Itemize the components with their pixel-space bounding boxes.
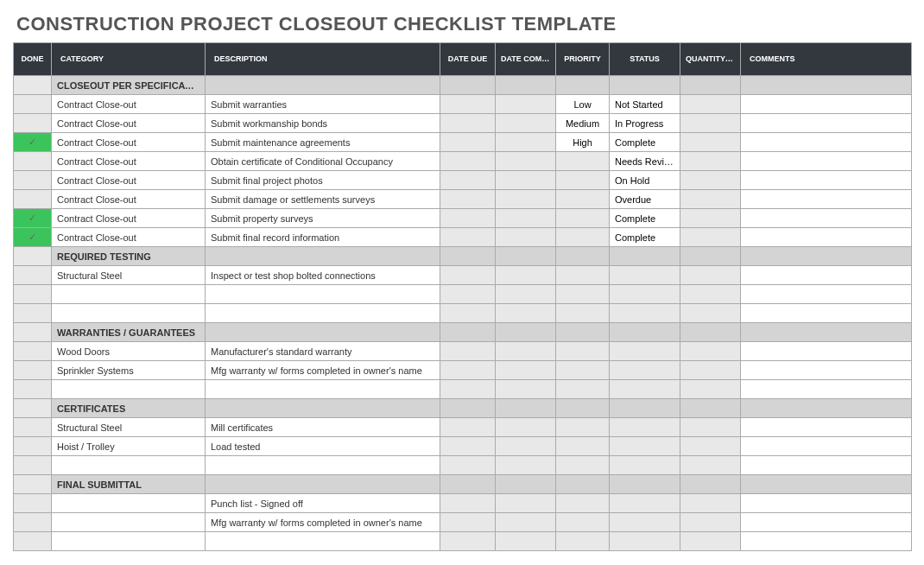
quantity-cell[interactable] xyxy=(680,133,741,152)
quantity-cell[interactable] xyxy=(680,190,741,209)
comments-cell[interactable] xyxy=(741,114,912,133)
date-due-cell[interactable] xyxy=(440,513,496,532)
date-due-cell[interactable] xyxy=(440,456,496,475)
date-due-cell[interactable] xyxy=(440,95,496,114)
priority-cell[interactable]: High xyxy=(556,133,610,152)
date-due-cell[interactable] xyxy=(440,114,496,133)
quantity-cell[interactable] xyxy=(680,418,741,437)
date-completed-cell[interactable] xyxy=(496,152,556,171)
description-cell[interactable]: Submit final record information xyxy=(206,228,440,247)
date-due-cell[interactable] xyxy=(440,418,496,437)
priority-cell[interactable] xyxy=(556,228,610,247)
description-cell[interactable]: Inspect or test shop bolted connections xyxy=(206,266,440,285)
priority-cell[interactable] xyxy=(556,513,610,532)
quantity-cell[interactable] xyxy=(680,228,741,247)
quantity-cell[interactable] xyxy=(680,380,741,399)
category-cell[interactable] xyxy=(52,380,206,399)
comments-cell[interactable] xyxy=(741,171,912,190)
done-cell[interactable] xyxy=(14,285,52,304)
category-cell[interactable]: Contract Close-out xyxy=(52,190,206,209)
done-cell[interactable] xyxy=(14,190,52,209)
category-cell[interactable]: Wood Doors xyxy=(52,342,206,361)
done-cell[interactable] xyxy=(14,171,52,190)
comments-cell[interactable] xyxy=(741,190,912,209)
description-cell[interactable]: Mill certificates xyxy=(206,418,440,437)
status-cell[interactable]: In Progress xyxy=(610,114,680,133)
date-due-cell[interactable] xyxy=(440,209,496,228)
date-due-cell[interactable] xyxy=(440,133,496,152)
status-cell[interactable]: Complete xyxy=(610,133,680,152)
comments-cell[interactable] xyxy=(741,380,912,399)
description-cell[interactable]: Submit maintenance agreements xyxy=(206,133,440,152)
comments-cell[interactable] xyxy=(741,494,912,513)
comments-cell[interactable] xyxy=(741,304,912,323)
priority-cell[interactable] xyxy=(556,494,610,513)
done-cell[interactable] xyxy=(14,114,52,133)
done-cell[interactable] xyxy=(14,152,52,171)
priority-cell[interactable] xyxy=(556,418,610,437)
date-due-cell[interactable] xyxy=(440,171,496,190)
description-cell[interactable] xyxy=(206,456,440,475)
category-cell[interactable]: Sprinkler Systems xyxy=(52,361,206,380)
done-cell[interactable] xyxy=(14,342,52,361)
quantity-cell[interactable] xyxy=(680,342,741,361)
priority-cell[interactable] xyxy=(556,342,610,361)
priority-cell[interactable] xyxy=(556,437,610,456)
description-cell[interactable]: Mfg warranty w/ forms completed in owner… xyxy=(206,361,440,380)
category-cell[interactable]: Contract Close-out xyxy=(52,171,206,190)
date-completed-cell[interactable] xyxy=(496,380,556,399)
priority-cell[interactable] xyxy=(556,380,610,399)
comments-cell[interactable] xyxy=(741,133,912,152)
comments-cell[interactable] xyxy=(741,513,912,532)
category-cell[interactable]: Structural Steel xyxy=(52,266,206,285)
date-completed-cell[interactable] xyxy=(496,456,556,475)
status-cell[interactable] xyxy=(610,513,680,532)
quantity-cell[interactable] xyxy=(680,437,741,456)
date-completed-cell[interactable] xyxy=(496,513,556,532)
status-cell[interactable] xyxy=(610,494,680,513)
description-cell[interactable]: Punch list - Signed off xyxy=(206,494,440,513)
comments-cell[interactable] xyxy=(741,418,912,437)
status-cell[interactable] xyxy=(610,342,680,361)
description-cell[interactable]: Submit warranties xyxy=(206,95,440,114)
done-cell[interactable] xyxy=(14,456,52,475)
description-cell[interactable]: Manufacturer's standard warranty xyxy=(206,342,440,361)
priority-cell[interactable] xyxy=(556,304,610,323)
quantity-cell[interactable] xyxy=(680,456,741,475)
done-cell[interactable] xyxy=(14,513,52,532)
date-due-cell[interactable] xyxy=(440,494,496,513)
category-cell[interactable] xyxy=(52,513,206,532)
quantity-cell[interactable] xyxy=(680,95,741,114)
category-cell[interactable]: Contract Close-out xyxy=(52,95,206,114)
done-cell[interactable] xyxy=(14,304,52,323)
quantity-cell[interactable] xyxy=(680,494,741,513)
status-cell[interactable] xyxy=(610,418,680,437)
date-completed-cell[interactable] xyxy=(496,304,556,323)
date-due-cell[interactable] xyxy=(440,304,496,323)
status-cell[interactable] xyxy=(610,380,680,399)
description-cell[interactable]: Mfg warranty w/ forms completed in owner… xyxy=(206,513,440,532)
priority-cell[interactable] xyxy=(556,266,610,285)
date-completed-cell[interactable] xyxy=(496,494,556,513)
done-cell[interactable]: ✓ xyxy=(14,209,52,228)
priority-cell[interactable] xyxy=(556,171,610,190)
quantity-cell[interactable] xyxy=(680,209,741,228)
category-cell[interactable]: Contract Close-out xyxy=(52,114,206,133)
description-cell[interactable] xyxy=(206,532,440,551)
description-cell[interactable]: Submit workmanship bonds xyxy=(206,114,440,133)
comments-cell[interactable] xyxy=(741,437,912,456)
quantity-cell[interactable] xyxy=(680,114,741,133)
status-cell[interactable]: On Hold xyxy=(610,171,680,190)
date-due-cell[interactable] xyxy=(440,285,496,304)
status-cell[interactable] xyxy=(610,304,680,323)
done-cell[interactable] xyxy=(14,95,52,114)
comments-cell[interactable] xyxy=(741,228,912,247)
status-cell[interactable]: Overdue xyxy=(610,190,680,209)
done-cell[interactable]: ✓ xyxy=(14,228,52,247)
category-cell[interactable]: Hoist / Trolley xyxy=(52,437,206,456)
category-cell[interactable] xyxy=(52,304,206,323)
description-cell[interactable]: Load tested xyxy=(206,437,440,456)
priority-cell[interactable] xyxy=(556,361,610,380)
date-completed-cell[interactable] xyxy=(496,532,556,551)
done-cell[interactable] xyxy=(14,418,52,437)
